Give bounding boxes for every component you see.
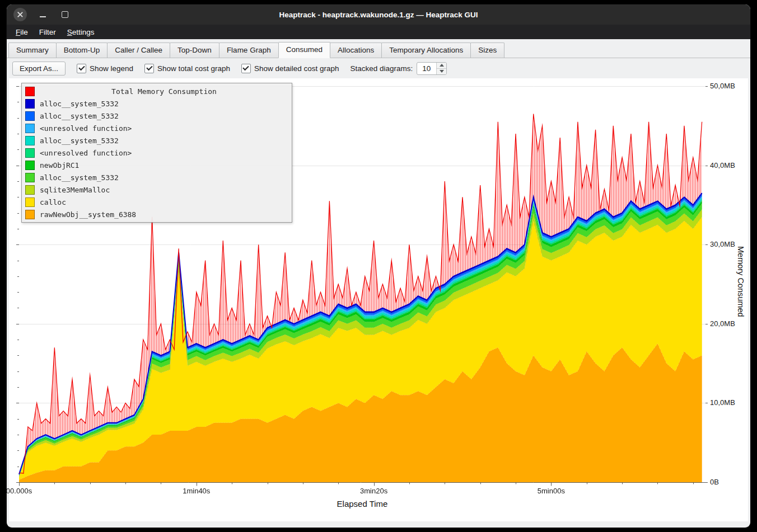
- chart-pane: Total Memory Consumptionalloc__system_53…: [9, 78, 748, 521]
- legend-swatch: [25, 87, 35, 96]
- legend-label: alloc__system_5332: [40, 173, 119, 182]
- menu-file[interactable]: File: [10, 26, 34, 38]
- show-detailed-cost-graph-group: Show detailed cost graph: [241, 64, 339, 73]
- legend-swatch: [25, 185, 35, 195]
- legend-item: alloc__system_5332: [25, 134, 288, 147]
- tab-summary[interactable]: Summary: [8, 43, 57, 58]
- legend-item: sqlite3MemMalloc: [25, 183, 288, 196]
- y-tick-label: 10,0MB: [710, 398, 735, 407]
- stacked-diagrams-group: Stacked diagrams: 10: [351, 62, 447, 75]
- export-as-button[interactable]: Export As...: [12, 62, 66, 76]
- show-detailed-cost-graph-label: Show detailed cost graph: [254, 64, 339, 73]
- legend-swatch: [25, 173, 35, 182]
- legend-swatch: [25, 136, 35, 145]
- legend-label: sqlite3MemMalloc: [40, 186, 110, 194]
- y-tick-label: 0B: [710, 478, 719, 486]
- legend-item: rawNewObj__system_6388: [25, 208, 288, 220]
- titlebar[interactable]: Heaptrack - heaptrack.wakunode.1.gz — He…: [7, 4, 750, 25]
- window-title: Heaptrack - heaptrack.wakunode.1.gz — He…: [7, 11, 750, 19]
- legend-swatch: [25, 210, 35, 219]
- x-tick-label: 3min20s: [360, 487, 387, 495]
- legend-item: alloc__system_5332: [25, 171, 288, 183]
- tab-caller-callee[interactable]: Caller / Callee: [107, 43, 170, 58]
- minimize-icon: [40, 16, 46, 17]
- tab-allocations[interactable]: Allocations: [330, 43, 382, 58]
- legend-item: newObjRC1: [25, 159, 288, 171]
- maximize-button[interactable]: [58, 8, 72, 21]
- tab-flame-graph[interactable]: Flame Graph: [219, 43, 279, 58]
- legend-item: alloc__system_5332: [25, 97, 288, 110]
- legend-title-row: Total Memory Consumption: [25, 85, 288, 97]
- legend-swatch: [25, 124, 35, 133]
- legend-swatch: [25, 197, 35, 207]
- tab-temporary-allocations[interactable]: Temporary Allocations: [381, 43, 471, 58]
- x-tick-label: 00.000s: [7, 487, 32, 495]
- legend-item: <unresolved function>: [25, 147, 288, 159]
- arrow-up-icon: [440, 64, 444, 67]
- tab-top-down[interactable]: Top-Down: [170, 43, 219, 58]
- spin-down-button[interactable]: [437, 69, 446, 74]
- y-axis-title: Memory Consumed: [735, 82, 746, 481]
- minimize-button[interactable]: [36, 8, 49, 21]
- legend-swatch: [25, 111, 35, 121]
- stacked-diagrams-label: Stacked diagrams:: [351, 64, 413, 73]
- window-controls: [13, 4, 72, 25]
- legend-label: <unresolved function>: [40, 124, 132, 133]
- show-legend-label: Show legend: [90, 64, 133, 73]
- legend-swatch: [25, 148, 35, 158]
- legend-label: Total Memory Consumption: [40, 87, 288, 96]
- menu-settings[interactable]: Settings: [62, 26, 100, 38]
- show-legend-group: Show legend: [77, 64, 133, 73]
- y-tick-label: 40,0MB: [710, 161, 735, 170]
- legend-label: rawNewObj__system_6388: [40, 210, 136, 219]
- legend-item: calloc: [25, 196, 288, 208]
- y-tick-label: 50,0MB: [710, 82, 735, 90]
- legend-swatch: [25, 161, 35, 170]
- menu-filter[interactable]: Filter: [34, 26, 62, 38]
- menubar: FileFilterSettings: [7, 25, 750, 39]
- legend-label: calloc: [40, 198, 66, 206]
- y-tick-label: 20,0MB: [710, 319, 735, 328]
- tabbar: Summary Bottom-Up Caller / Callee Top-Do…: [7, 39, 750, 58]
- x-tick-label: 1min40s: [183, 487, 210, 495]
- legend-label: alloc__system_5332: [40, 100, 119, 108]
- chart-legend: Total Memory Consumptionalloc__system_53…: [21, 83, 292, 223]
- legend-label: <unresolved function>: [40, 149, 132, 157]
- x-axis-title: Elapsed Time: [19, 499, 705, 509]
- show-total-cost-graph-label: Show total cost graph: [157, 64, 230, 73]
- show-detailed-cost-graph-checkbox[interactable]: [241, 64, 251, 73]
- y-tick-label: 30,0MB: [710, 240, 735, 248]
- x-tick-label: 5min00s: [538, 487, 565, 495]
- show-total-cost-graph-checkbox[interactable]: [144, 64, 154, 73]
- spin-up-button[interactable]: [437, 63, 446, 69]
- toolbar: Export As... Show legend Show total cost…: [7, 58, 750, 78]
- legend-item: alloc__system_5332: [25, 110, 288, 122]
- stacked-diagrams-spinbox[interactable]: 10: [417, 62, 447, 75]
- close-button[interactable]: [13, 8, 27, 21]
- legend-item: <unresolved function>: [25, 122, 288, 134]
- spin-buttons: [436, 63, 446, 74]
- maximize-icon: [62, 11, 68, 18]
- tab-bottom-up[interactable]: Bottom-Up: [56, 43, 108, 58]
- legend-label: newObjRC1: [40, 161, 79, 170]
- show-legend-checkbox[interactable]: [77, 64, 86, 73]
- tab-consumed[interactable]: Consumed: [278, 42, 330, 58]
- legend-label: alloc__system_5332: [40, 112, 119, 120]
- legend-label: alloc__system_5332: [40, 136, 119, 145]
- legend-swatch: [25, 99, 35, 109]
- heaptrack-window: Heaptrack - heaptrack.wakunode.1.gz — He…: [7, 4, 750, 528]
- stacked-diagrams-value: 10: [417, 63, 436, 74]
- tab-sizes[interactable]: Sizes: [470, 43, 504, 58]
- show-total-cost-graph-group: Show total cost graph: [144, 64, 230, 73]
- close-icon: [17, 11, 24, 18]
- arrow-down-icon: [440, 70, 444, 73]
